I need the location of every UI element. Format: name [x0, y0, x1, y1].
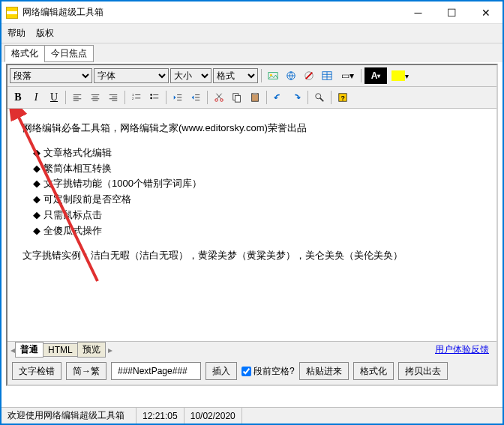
underline-button[interactable]: U [46, 89, 62, 106]
svg-line-38 [217, 94, 221, 99]
statusbar: 欢迎使用网络编辑超级工具箱 12:21:05 10/02/2020 [2, 407, 502, 424]
check-errors-button[interactable]: 文字检错 [12, 362, 62, 380]
svg-point-43 [316, 94, 321, 99]
svg-text:2: 2 [132, 97, 134, 100]
outdent-icon[interactable] [170, 89, 186, 106]
svg-point-36 [220, 99, 224, 102]
font-select[interactable]: 字体 [94, 68, 169, 83]
list-item: 全傻瓜式操作 [44, 223, 482, 239]
insert-button[interactable]: 插入 [206, 362, 237, 380]
app-icon [6, 7, 18, 19]
feature-list: 文章格式化编辑 繁简体相互转换 文字挑错功能（1000个错别字词库） 可定制段前… [44, 145, 482, 239]
list-item: 只需鼠标点击 [44, 208, 482, 223]
tab-format[interactable]: 格式化 [4, 45, 45, 62]
feedback-link[interactable]: 用户体验反馈 [435, 343, 494, 356]
list-item: 可定制段前是否空格 [44, 192, 482, 208]
svg-text:?: ? [340, 94, 344, 102]
insert-table-icon[interactable] [319, 67, 335, 84]
status-date: 10/02/2020 [184, 408, 242, 424]
list-item: 文章格式化编辑 [44, 145, 482, 161]
editor-body[interactable]: 网络编辑必备工具箱，网络编辑之家(www.editorsky.com)荣誉出品 … [8, 109, 496, 341]
tab-html[interactable]: HTML [43, 343, 78, 357]
paste-icon[interactable] [247, 89, 263, 106]
button-row: 文字检错 简→繁 插入 段前空格? 粘贴进来 格式化 拷贝出去 [8, 358, 496, 385]
italic-button[interactable]: I [28, 89, 44, 106]
paragraph-select[interactable]: 段落 [10, 68, 92, 83]
svg-point-26 [150, 97, 152, 100]
minimize-button[interactable]: ─ [401, 1, 435, 24]
nextpage-input[interactable] [111, 362, 201, 380]
tab-preview[interactable]: 预览 [77, 342, 106, 358]
tab-normal[interactable]: 普通 [15, 342, 44, 358]
insert-hr-icon[interactable]: ▭▾ [337, 67, 358, 84]
find-icon[interactable] [311, 89, 328, 106]
format-button[interactable]: 格式化 [353, 362, 394, 380]
align-center-icon[interactable] [87, 89, 104, 106]
toolbar-row-1: 段落 字体 大小 格式 ▭▾ A▾ ▾ [8, 65, 496, 87]
paste-in-button[interactable]: 粘贴进来 [299, 362, 349, 380]
close-button[interactable]: ✕ [469, 1, 502, 24]
copy-out-button[interactable]: 拷贝出去 [398, 362, 448, 380]
svg-line-4 [306, 73, 313, 79]
insert-anchor-icon[interactable] [301, 67, 317, 84]
unordered-list-icon[interactable] [146, 89, 163, 106]
list-item: 文字挑错功能（1000个错别字词库） [44, 176, 482, 192]
simp-to-trad-button[interactable]: 简→繁 [66, 362, 106, 380]
copy-icon[interactable] [229, 89, 245, 106]
ordered-list-icon[interactable]: 12 [128, 89, 145, 106]
menubar: 帮助 版权 [2, 24, 502, 43]
titlebar: 网络编辑超级工具箱 ─ ☐ ✕ [2, 1, 502, 24]
space-checkbox-label[interactable]: 段前空格? [242, 365, 295, 378]
align-right-icon[interactable] [105, 89, 122, 106]
help-icon[interactable]: ? [334, 89, 351, 106]
editor-intro: 网络编辑必备工具箱，网络编辑之家(www.editorsky.com)荣誉出品 [22, 121, 482, 136]
indent-icon[interactable] [188, 89, 204, 106]
cut-icon[interactable] [211, 89, 227, 106]
bottom-tabs: ◂ 普通 HTML 预览 ▸ 用户体验反馈 [8, 341, 496, 358]
svg-rect-42 [253, 93, 256, 95]
content-area: 段落 字体 大小 格式 ▭▾ A▾ ▾ B I U 12 [6, 64, 498, 386]
align-left-icon[interactable] [69, 89, 86, 106]
tab-today[interactable]: 今日焦点 [44, 45, 94, 62]
format-select[interactable]: 格式 [213, 68, 258, 83]
window-title: 网络编辑超级工具箱 [22, 6, 401, 19]
svg-point-25 [150, 94, 152, 96]
bold-button[interactable]: B [10, 89, 26, 106]
maximize-button[interactable]: ☐ [435, 1, 469, 24]
insert-link-icon[interactable] [283, 67, 299, 84]
toolbar-row-2: B I U 12 ? [8, 87, 496, 109]
insert-image-icon[interactable] [265, 67, 281, 84]
svg-rect-40 [235, 95, 240, 102]
list-item: 繁简体相互转换 [44, 161, 482, 177]
undo-icon[interactable] [270, 89, 286, 106]
menu-help[interactable]: 帮助 [8, 27, 26, 40]
menu-copyright[interactable]: 版权 [36, 27, 54, 40]
size-select[interactable]: 大小 [170, 68, 212, 83]
font-color-icon[interactable]: A▾ [364, 67, 387, 84]
top-tabs: 格式化 今日焦点 [2, 43, 502, 62]
editor-example: 文字挑错实例：洁白无暇（洁白无瑕），黄梁美梦（黄粱美梦），美仑美奂（美伦美奂） [22, 248, 482, 264]
svg-line-37 [217, 94, 221, 99]
space-checkbox[interactable] [242, 367, 251, 376]
bg-color-icon[interactable]: ▾ [388, 67, 411, 84]
status-time: 12:21:05 [136, 408, 184, 424]
status-welcome: 欢迎使用网络编辑超级工具箱 [2, 408, 136, 424]
redo-icon[interactable] [288, 89, 304, 106]
svg-line-44 [320, 98, 323, 101]
svg-point-35 [215, 99, 218, 102]
